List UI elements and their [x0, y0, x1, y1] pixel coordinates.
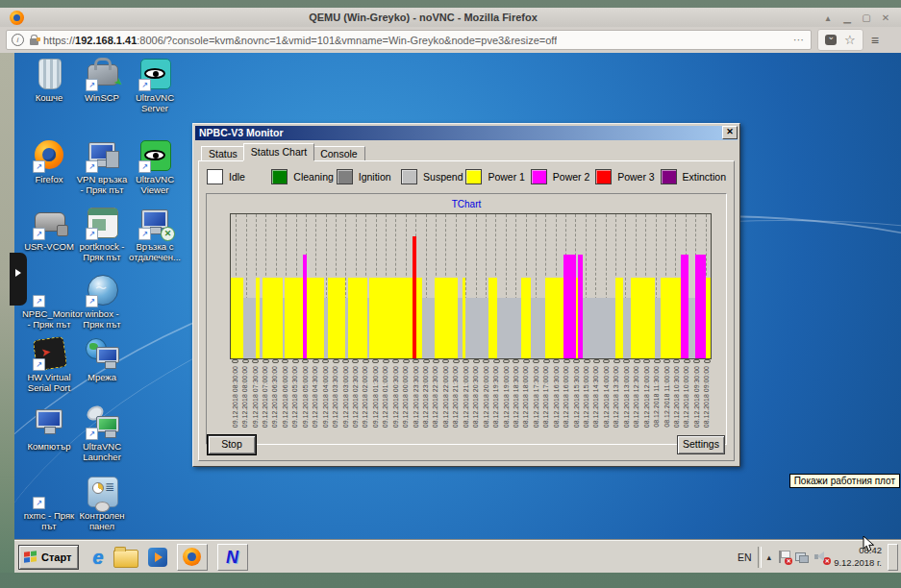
desktop-icon-glyph: ↗ [32, 406, 66, 439]
legend-swatch [595, 169, 612, 184]
volume-muted-icon[interactable]: ✕ [814, 551, 828, 563]
x-axis-tick: 08.12.2018 12:00:00 [641, 359, 651, 442]
minimize-icon[interactable]: ▁ [841, 12, 853, 23]
status-bar-segment [531, 298, 545, 358]
firefox-icon [183, 548, 201, 566]
legend-label: Idle [229, 171, 245, 183]
tab[interactable]: Status [201, 146, 245, 160]
shortcut-arrow-icon: ↗ [33, 160, 45, 173]
novnc-panel-handle[interactable] [10, 253, 27, 306]
legend-swatch [465, 169, 482, 184]
legend-label: Power 3 [617, 171, 655, 183]
insecure-lock-icon[interactable] [30, 38, 38, 45]
desktop-icon[interactable]: ↗ UltraVNC Viewer [128, 139, 182, 196]
x-axis-tick: 09.12.2018 02:00:00 [361, 359, 370, 442]
shortcut-arrow-icon: ↗ [33, 497, 45, 509]
desktop-icon-glyph: ↗ [32, 58, 66, 90]
close-icon[interactable]: ✕ [880, 12, 891, 23]
media-player-icon[interactable] [148, 548, 167, 567]
desktop-icon-label: Компютър [22, 442, 76, 453]
firefox-taskbar-button[interactable] [177, 544, 208, 571]
desktop-icon[interactable]: ↗ WinSCP [75, 58, 129, 104]
desktop-icon[interactable]: ↗ Кошче [22, 58, 76, 104]
status-bar-segment [623, 298, 632, 358]
status-bar-segment [521, 278, 532, 358]
language-indicator[interactable]: EN [738, 551, 752, 563]
npbc-window-titlebar[interactable]: NPBC-V3 Monitor [195, 126, 738, 140]
desktop-icon[interactable]: ↗ HW Virtual Serial Port [22, 337, 76, 394]
desktop-icon[interactable]: ↗ winbox - Пряк път [75, 274, 129, 331]
stop-button[interactable]: Stop [208, 435, 256, 454]
desktop-icon[interactable]: ↗ portknock - Пряк път [75, 207, 129, 263]
npbc-monitor-taskbar-button[interactable]: N [217, 544, 248, 571]
x-axis-tick: 08.12.2018 20:30:00 [471, 359, 481, 442]
network-icon[interactable] [795, 551, 809, 563]
shade-icon[interactable]: ▴ [822, 12, 834, 23]
legend-swatch [661, 169, 677, 184]
desktop-icon[interactable]: ↗ Мрежа [75, 337, 129, 383]
desktop-icon-label: winbox - Пряк път [75, 309, 129, 331]
desktop-icon[interactable]: ↗ UltraVNC Launcher [75, 406, 129, 463]
desktop-icon-label: Firefox [22, 175, 76, 185]
desktop-icon[interactable]: ↗ VPN връзка - Пряк път [75, 139, 129, 196]
shortcut-arrow-icon: ↗ [138, 228, 151, 240]
tab[interactable]: Console [313, 146, 365, 160]
desktop-icon[interactable]: ↗ USR-VCOM [22, 207, 76, 253]
desktop-icon-label: Връзка с отдалечен... [128, 242, 182, 263]
x-axis-tick: 08.12.2018 23:00:00 [420, 359, 430, 442]
desktop-icon-label: UltraVNC Viewer [128, 175, 182, 196]
x-axis-tick: 08.12.2018 20:00:00 [481, 359, 490, 442]
desktop-icon-label: UltraVNC Launcher [75, 442, 129, 463]
legend-swatch [271, 169, 288, 184]
windows-flag-icon [24, 551, 38, 563]
explorer-folder-icon[interactable] [113, 550, 138, 568]
shortcut-arrow-icon: ↗ [33, 295, 45, 307]
legend-item: Idle [207, 167, 271, 186]
desktop-icon-glyph: ↗ [85, 207, 119, 239]
pocket-icon[interactable] [825, 35, 837, 45]
status-bar-segment [497, 298, 520, 358]
start-button[interactable]: Старт [18, 545, 79, 570]
settings-button[interactable]: Settings [677, 435, 725, 454]
chart-bars [231, 214, 711, 358]
legend-label: Ignition [359, 171, 391, 183]
firefox-window-icon [10, 11, 24, 25]
desktop-icon[interactable]: ↗ Firefox [22, 139, 76, 185]
status-bar-segment [681, 255, 688, 358]
hamburger-menu-icon[interactable]: ≡ [871, 33, 879, 48]
desktop-icon[interactable]: ↗ NPBC_Monitor - Пряк път [22, 274, 76, 331]
internet-explorer-icon[interactable]: e [92, 547, 103, 568]
desktop-icon[interactable]: ↗ Компютър [22, 406, 76, 453]
x-axis-tick: 08.12.2018 17:30:00 [531, 359, 540, 442]
tab[interactable]: Status Chart [243, 143, 314, 160]
browser-titlebar[interactable]: QEMU (Win-Greyko) - noVNC - Mozilla Fire… [0, 8, 901, 28]
desktop-icon[interactable]: ↗ Контролен панел [75, 476, 129, 532]
show-desktop-button[interactable] [888, 544, 898, 571]
chart-panel: TChart 09.12.2018 08:30:00 09.12.2018 08… [206, 193, 727, 445]
bookmark-star-icon[interactable]: ☆ [844, 34, 856, 46]
status-bar-segment [285, 278, 302, 358]
page-actions-icon[interactable]: ⋯ [793, 34, 805, 46]
hidden-icons-arrow[interactable]: ▴ [767, 552, 772, 562]
action-center-flag-icon[interactable]: ✕ [777, 551, 789, 563]
status-bar-segment [435, 278, 458, 358]
page-info-icon[interactable]: i [12, 34, 24, 46]
url-bar[interactable]: i https://192.168.1.41:8006/?console=kvm… [6, 30, 812, 50]
desktop-icon[interactable]: ↗ UltraVNC Server [128, 58, 182, 114]
desktop-icon-glyph: ↗ [85, 337, 119, 370]
x-axis-tick: 08.12.2018 15:30:00 [571, 359, 581, 442]
legend-item: Extinction [661, 167, 727, 186]
shortcut-arrow-icon: ↗ [86, 79, 98, 91]
maximize-icon[interactable]: ▢ [861, 12, 872, 23]
desktop-icon[interactable]: ↗ nxmc - Пряк път [22, 476, 76, 532]
desktop-icon-glyph: ↗ [32, 139, 66, 172]
desktop-icon-label: HW Virtual Serial Port [22, 373, 76, 394]
chart-legend: Idle Cleaning Ignition Suspend [207, 167, 726, 186]
npbc-close-icon[interactable]: ✕ [722, 126, 738, 139]
x-axis-tick: 09.12.2018 08:00:00 [239, 359, 249, 442]
show-desktop-tooltip: Покажи работния плот [789, 474, 900, 488]
desktop-icon-glyph: ↗ [85, 58, 119, 90]
x-axis-tick: 09.12.2018 00:00:00 [400, 359, 410, 442]
status-bar-segment [243, 298, 257, 358]
desktop-icon[interactable]: ↗ ✕ Връзка с отдалечен... [128, 207, 182, 263]
